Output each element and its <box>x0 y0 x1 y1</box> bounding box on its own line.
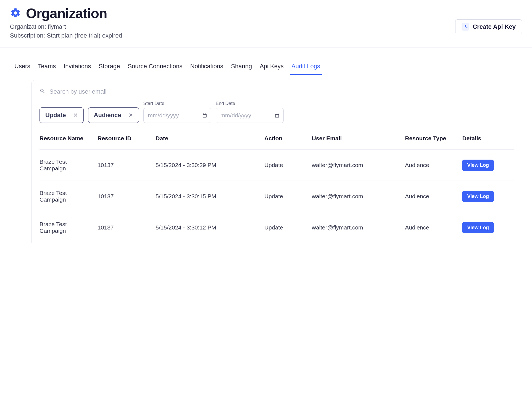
table-cell: 10137 <box>98 212 156 243</box>
table-body: Braze Test Campaign101375/15/2024 - 3:30… <box>39 150 514 243</box>
tab-teams[interactable]: Teams <box>38 63 56 75</box>
view-log-button[interactable]: View Log <box>462 191 494 202</box>
table-cell: Update <box>264 212 312 243</box>
chip-label: Audience <box>94 112 121 119</box>
table-cell: Braze Test Campaign <box>39 181 98 212</box>
close-icon[interactable]: ✕ <box>128 112 133 118</box>
search-row <box>39 88 514 95</box>
column-header-resource-id: Resource ID <box>98 130 156 150</box>
gear-icon <box>10 7 21 20</box>
audit-log-card: Update✕Audience✕ Start Date End Date <box>31 80 522 243</box>
tab-invitations[interactable]: Invitations <box>64 63 91 75</box>
subscription-line: Subscription: Start plan (free trial) ex… <box>10 32 122 39</box>
tabs-bar: UsersTeamsInvitationsStorageSource Conne… <box>14 63 522 75</box>
table-cell: 10137 <box>98 181 156 212</box>
filter-chip-update[interactable]: Update✕ <box>39 107 84 123</box>
start-date-input[interactable] <box>143 108 211 123</box>
sub-label: Subscription: <box>10 32 47 39</box>
org-line: Organization: flymart <box>10 23 122 30</box>
tab-users[interactable]: Users <box>14 63 30 75</box>
table-cell: Update <box>264 150 312 181</box>
table-row: Braze Test Campaign101375/15/2024 - 3:30… <box>39 181 514 212</box>
table-cell: 5/15/2024 - 3:30:15 PM <box>156 181 264 212</box>
page-title: Organization <box>26 6 107 22</box>
tab-storage[interactable]: Storage <box>99 63 120 75</box>
tab-audit-logs[interactable]: Audit Logs <box>291 63 320 75</box>
audit-log-table: Resource NameResource IDDateActionUser E… <box>39 130 514 243</box>
org-label: Organization: <box>10 23 48 30</box>
column-header-resource-name: Resource Name <box>39 130 98 150</box>
create-api-key-label: Create Api Key <box>473 23 516 30</box>
search-icon <box>39 88 46 95</box>
column-header-resource-type: Resource Type <box>405 130 462 150</box>
filter-chip-audience[interactable]: Audience✕ <box>88 107 139 123</box>
view-log-button[interactable]: View Log <box>462 222 494 233</box>
table-row: Braze Test Campaign101375/15/2024 - 3:30… <box>39 212 514 243</box>
table-header-row: Resource NameResource IDDateActionUser E… <box>39 130 514 150</box>
tab-source-connections[interactable]: Source Connections <box>128 63 182 75</box>
table-cell: 5/15/2024 - 3:30:12 PM <box>156 212 264 243</box>
page-header: Organization Organization: flymart Subsc… <box>0 0 532 48</box>
table-cell: walter@flymart.com <box>312 212 405 243</box>
table-cell: Audience <box>405 150 462 181</box>
sparkle-icon <box>462 23 469 31</box>
filter-row: Update✕Audience✕ Start Date End Date <box>39 101 514 123</box>
column-header-user-email: User Email <box>312 130 405 150</box>
title-row: Organization <box>10 6 122 22</box>
close-icon[interactable]: ✕ <box>73 112 78 118</box>
tab-api-keys[interactable]: Api Keys <box>260 63 284 75</box>
tabs-container: UsersTeamsInvitationsStorageSource Conne… <box>0 48 532 243</box>
end-date-input[interactable] <box>216 108 284 123</box>
start-date-group: Start Date <box>143 101 211 123</box>
column-header-details: Details <box>462 130 514 150</box>
start-date-label: Start Date <box>143 101 211 106</box>
header-left: Organization Organization: flymart Subsc… <box>10 6 122 39</box>
create-api-key-button[interactable]: Create Api Key <box>455 19 522 34</box>
table-cell: Audience <box>405 181 462 212</box>
table-row: Braze Test Campaign101375/15/2024 - 3:30… <box>39 150 514 181</box>
table-cell-details: View Log <box>462 150 514 181</box>
tab-notifications[interactable]: Notifications <box>190 63 223 75</box>
table-cell: Audience <box>405 212 462 243</box>
table-cell-details: View Log <box>462 212 514 243</box>
end-date-group: End Date <box>216 101 284 123</box>
table-cell: 5/15/2024 - 3:30:29 PM <box>156 150 264 181</box>
table-cell-details: View Log <box>462 181 514 212</box>
table-cell: walter@flymart.com <box>312 181 405 212</box>
column-header-date: Date <box>156 130 264 150</box>
chip-label: Update <box>45 112 66 119</box>
table-cell: 10137 <box>98 150 156 181</box>
search-input[interactable] <box>49 88 160 95</box>
table-cell: walter@flymart.com <box>312 150 405 181</box>
end-date-label: End Date <box>216 101 284 106</box>
sub-value: Start plan (free trial) expired <box>47 32 122 39</box>
view-log-button[interactable]: View Log <box>462 160 494 171</box>
table-cell: Braze Test Campaign <box>39 150 98 181</box>
table-cell: Update <box>264 181 312 212</box>
column-header-action: Action <box>264 130 312 150</box>
chips-container: Update✕Audience✕ <box>39 107 139 123</box>
tab-sharing[interactable]: Sharing <box>231 63 252 75</box>
org-name: flymart <box>48 23 66 30</box>
table-cell: Braze Test Campaign <box>39 212 98 243</box>
